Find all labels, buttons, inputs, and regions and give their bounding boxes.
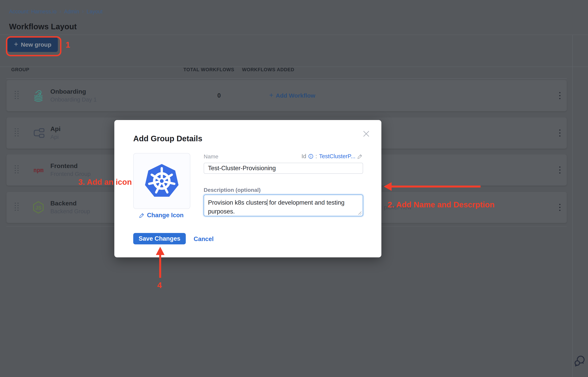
cancel-button[interactable]: Cancel — [192, 235, 215, 243]
edit-id-pencil-icon[interactable] — [357, 154, 363, 159]
name-label: Name — [204, 153, 218, 160]
info-icon[interactable] — [308, 154, 314, 159]
group-subtitle: Onboarding Day 1 — [50, 95, 97, 104]
id-separator: : — [316, 153, 317, 160]
drag-handle-icon[interactable] — [15, 203, 19, 212]
group-subtitle: Api — [50, 133, 61, 141]
row-menu-kebab-icon[interactable] — [556, 90, 564, 101]
chevron-right-icon: › — [82, 8, 84, 14]
table-row: Onboarding Onboarding Day 1 0 + Add Work… — [7, 80, 567, 111]
group-name: Backend — [50, 199, 90, 207]
column-header-group: GROUP — [11, 67, 29, 72]
content-right-divider — [572, 35, 573, 377]
breadcrumb-admin-link[interactable]: Admin — [64, 9, 79, 15]
group-subtitle: Frontend Group — [50, 170, 91, 178]
modal-title: Add Group Details — [133, 134, 202, 143]
change-icon-button[interactable]: Change Icon — [133, 212, 189, 219]
group-subtitle: Backend Group — [50, 207, 90, 215]
add-workflow-label: Add Workflow — [276, 92, 315, 99]
description-text: Provision k8s clusters — [208, 199, 267, 206]
breadcrumb: Account: Harness.io › Admin › Layout — [9, 8, 103, 15]
group-description-textarea[interactable]: Provision k8s clusters for development a… — [204, 195, 363, 216]
add-group-details-modal: Add Group Details — [114, 120, 381, 257]
total-workflows-value: 0 — [205, 92, 233, 99]
drag-handle-icon[interactable] — [15, 165, 19, 175]
close-icon[interactable] — [362, 130, 371, 138]
annotation-step-3: 3. Add an icon — [78, 178, 132, 187]
annotation-step-2: 2. Add Name and Descrption — [388, 200, 494, 209]
page-title: Workflows Layout — [9, 22, 77, 31]
annotation-arrow-left-icon — [384, 182, 481, 191]
plus-icon: + — [269, 91, 273, 99]
kubernetes-icon — [143, 162, 181, 200]
sitemap-icon — [32, 126, 45, 140]
npm-icon: npm — [32, 163, 45, 177]
group-name: Frontend — [50, 162, 91, 170]
breadcrumb-account-link[interactable]: Account: Harness.io — [9, 9, 57, 15]
pencil-icon — [139, 212, 145, 218]
id-value[interactable]: TestClusterP... — [319, 153, 355, 160]
drag-handle-icon[interactable] — [15, 91, 19, 100]
column-header-workflows-added: WORKFLOWS ADDED — [242, 67, 294, 72]
breadcrumb-layout-link[interactable]: Layout — [87, 9, 103, 15]
chevron-right-icon: › — [59, 8, 61, 14]
group-name: Api — [50, 125, 61, 133]
row-menu-kebab-icon[interactable] — [556, 202, 564, 213]
workflows-layout-screen: Account: Harness.io › Admin › Layout Wor… — [0, 0, 588, 377]
svg-text:JS: JS — [35, 205, 42, 211]
add-workflow-button[interactable]: + Add Workflow — [269, 92, 315, 100]
annotation-step-1: 1 — [66, 40, 70, 50]
change-icon-label: Change Icon — [147, 212, 184, 219]
description-label: Description (optional) — [204, 187, 260, 193]
save-changes-button[interactable]: Save Changes — [133, 233, 186, 244]
layers-teal-icon — [32, 89, 45, 102]
group-name-input[interactable] — [204, 163, 363, 174]
group-name: Onboarding — [50, 88, 97, 95]
table-header-divider — [7, 78, 567, 79]
chat-help-icon[interactable] — [574, 355, 586, 367]
column-header-total-workflows: TOTAL WORKFLOWS — [183, 67, 234, 72]
toolbar-top-divider — [0, 35, 588, 35]
row-menu-kebab-icon[interactable] — [556, 128, 564, 139]
annotation-arrow-up-icon — [156, 247, 165, 278]
nodejs-icon: JS — [32, 201, 45, 214]
annotation-step-4: 4 — [157, 281, 162, 290]
drag-handle-icon[interactable] — [15, 128, 19, 138]
id-label: Id — [302, 153, 306, 160]
annotation-highlight-new-group — [6, 36, 61, 56]
row-menu-kebab-icon[interactable] — [556, 165, 564, 176]
resize-grip-icon[interactable] — [358, 212, 362, 215]
group-icon-preview[interactable] — [133, 153, 190, 209]
entity-id-row: Id : TestClusterP... — [302, 153, 363, 160]
